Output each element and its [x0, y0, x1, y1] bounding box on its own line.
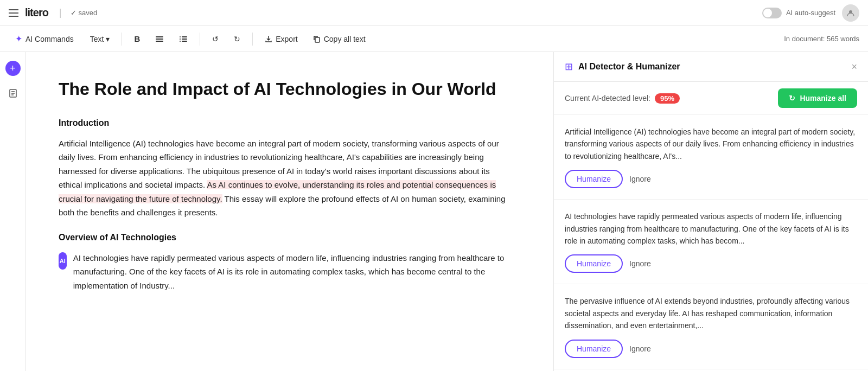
- detection-text-1: AI technologies have rapidly permeated v…: [565, 210, 857, 247]
- add-button[interactable]: +: [5, 61, 21, 76]
- svg-rect-6: [180, 39, 181, 40]
- panel-close-button[interactable]: ×: [851, 61, 857, 73]
- editor-area[interactable]: The Role and Impact of AI Technologies i…: [26, 52, 553, 371]
- section-introduction: Introduction Artificial Intelligence (AI…: [59, 118, 510, 220]
- align-button[interactable]: [150, 31, 169, 47]
- section-overview: Overview of AI Technologies AI AI techno…: [59, 233, 510, 306]
- overview-body: AI technologies have rapidly permeated v…: [73, 251, 510, 293]
- text-label: Text: [90, 35, 104, 43]
- panel-content: Artificial Intelligence (AI) technologie…: [554, 115, 868, 371]
- nav-right: AI auto-suggest: [762, 4, 859, 22]
- copy-all-label: Copy all text: [324, 35, 366, 43]
- ai-commands-button[interactable]: ✦ AI Commands: [9, 30, 80, 47]
- highlighted-text: As AI continues to evolve, understanding…: [59, 180, 496, 203]
- svg-rect-2: [156, 39, 163, 40]
- detection-text-0: Artificial Intelligence (AI) technologie…: [565, 126, 857, 162]
- bold-button[interactable]: B: [129, 31, 145, 47]
- ai-commands-label: AI Commands: [25, 35, 74, 43]
- logo-divider: |: [59, 7, 62, 18]
- detection-actions-0: Humanize Ignore: [565, 170, 857, 188]
- copy-all-button[interactable]: Copy all text: [308, 31, 371, 47]
- svg-rect-9: [182, 41, 187, 42]
- detection-item-2: The pervasive influence of AI extends be…: [554, 284, 868, 369]
- overview-heading: Overview of AI Technologies: [59, 233, 510, 242]
- saved-indicator: ✓ saved: [71, 9, 98, 17]
- detection-actions-2: Humanize Ignore: [565, 340, 857, 358]
- export-button[interactable]: Export: [259, 31, 303, 47]
- text-dropdown-button[interactable]: Text ▾: [85, 31, 116, 47]
- detection-item-1: AI technologies have rapidly permeated v…: [554, 200, 868, 284]
- toolbar: ✦ AI Commands Text ▾ B ↺ ↻ Export: [0, 26, 868, 52]
- auto-suggest-control: AI auto-suggest: [762, 8, 835, 18]
- ignore-button-2[interactable]: Ignore: [629, 344, 651, 353]
- chevron-down-icon: ▾: [106, 35, 110, 43]
- top-nav: litero | ✓ saved AI auto-suggest: [0, 0, 868, 26]
- svg-rect-3: [156, 41, 163, 42]
- svg-rect-7: [182, 39, 187, 40]
- export-label: Export: [276, 35, 297, 43]
- detection-item-0: Artificial Intelligence (AI) technologie…: [554, 115, 868, 200]
- undo-button[interactable]: ↺: [207, 31, 224, 47]
- svg-rect-4: [180, 36, 181, 37]
- detection-text-2: The pervasive influence of AI extends be…: [565, 295, 857, 331]
- svg-rect-5: [182, 36, 187, 37]
- toolbar-divider-3: [252, 33, 253, 46]
- word-count: In document: 565 words: [784, 35, 859, 43]
- panel-header: ⊞ AI Detector & Humanizer ×: [554, 52, 868, 82]
- document-icon[interactable]: [4, 85, 22, 102]
- auto-suggest-toggle[interactable]: [762, 8, 782, 18]
- word-count-label: In document: 565 words: [784, 35, 859, 43]
- panel-subheader: Current AI-detected level: 95% ↻ Humaniz…: [554, 82, 868, 115]
- menu-icon[interactable]: [9, 9, 18, 17]
- humanize-button-1[interactable]: Humanize: [565, 254, 623, 273]
- right-panel: ⊞ AI Detector & Humanizer × Current AI-d…: [553, 52, 868, 371]
- saved-check-icon: ✓: [71, 9, 76, 17]
- toolbar-divider-1: [122, 33, 122, 46]
- saved-label: saved: [79, 9, 98, 17]
- humanize-all-label: Humanize all: [800, 94, 846, 103]
- ai-avatar-icon: AI: [59, 252, 67, 270]
- refresh-icon: ↻: [789, 94, 795, 103]
- detection-actions-1: Humanize Ignore: [565, 254, 857, 273]
- auto-suggest-label: AI auto-suggest: [786, 9, 835, 17]
- toolbar-divider-2: [200, 33, 200, 46]
- svg-rect-1: [156, 36, 163, 37]
- user-avatar[interactable]: [842, 4, 859, 22]
- ai-level-label: Current AI-detected level:: [565, 94, 650, 103]
- humanize-all-button[interactable]: ↻ Humanize all: [778, 88, 857, 108]
- panel-title: AI Detector & Humanizer: [578, 62, 846, 72]
- humanize-button-2[interactable]: Humanize: [565, 340, 623, 358]
- svg-rect-8: [180, 41, 181, 42]
- ai-star-icon: ✦: [15, 34, 22, 44]
- ai-level-row: Current AI-detected level: 95%: [565, 93, 680, 104]
- ignore-button-0[interactable]: Ignore: [629, 175, 651, 183]
- introduction-heading: Introduction: [59, 118, 510, 128]
- redo-button[interactable]: ↻: [228, 31, 246, 47]
- panel-detector-icon: ⊞: [565, 61, 573, 73]
- ai-level-badge: 95%: [655, 93, 680, 104]
- ignore-button-1[interactable]: Ignore: [629, 259, 651, 268]
- document-title: The Role and Impact of AI Technologies i…: [59, 78, 510, 101]
- left-sidebar: +: [0, 52, 26, 371]
- overview-content-row: AI AI technologies have rapidly permeate…: [59, 251, 510, 306]
- list-button[interactable]: [174, 31, 193, 47]
- svg-rect-10: [315, 37, 320, 42]
- app-logo: litero: [25, 7, 48, 19]
- main-layout: + The Role and Impact of AI Technologies…: [0, 52, 868, 371]
- introduction-body: Artificial Intelligence (AI) technologie…: [59, 137, 510, 220]
- humanize-button-0[interactable]: Humanize: [565, 170, 623, 188]
